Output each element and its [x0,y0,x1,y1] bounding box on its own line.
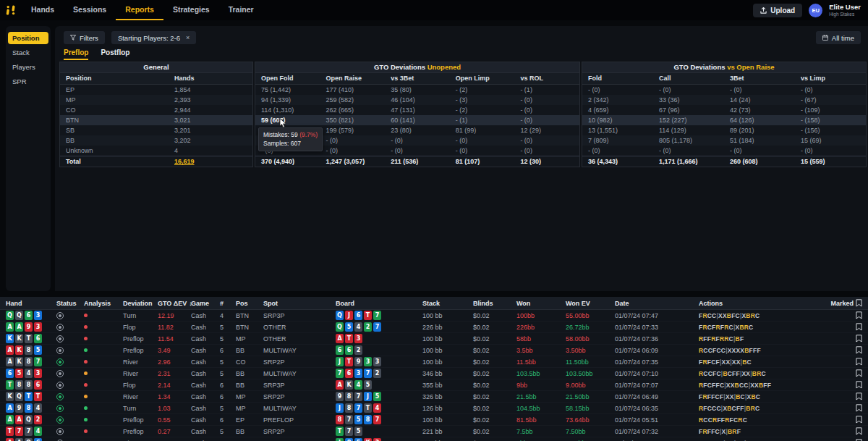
app-logo-icon[interactable] [0,0,22,20]
hand-row[interactable]: 6543River2.31Cash5BBMULTIWAY76372346 bb$… [0,368,868,379]
bookmark-icon[interactable] [856,381,862,389]
tab-preflop[interactable]: Preflop [64,49,88,60]
nav-item-sessions[interactable]: Sessions [64,0,116,20]
nav-item-trainer[interactable]: Trainer [219,0,263,20]
column-header[interactable]: Open Limp [450,73,515,84]
total-hands-link[interactable]: 16,619 [174,158,195,165]
hand-cards: A984 [0,403,51,413]
table-row[interactable]: BB3,202 [60,135,252,146]
hand-row[interactable]: KQTTRiver1.34Cash6MPSRP2P987J5326 bb$0.0… [0,391,868,403]
column-header[interactable]: vs Limp [795,73,866,84]
hand-row[interactable]: T886Flop2.14Cash6BBSRP3PAK45355 bb$0.029… [0,379,868,391]
hands-column-header-deviation[interactable]: Deviation [117,300,152,307]
table-row[interactable]: 59 (607)350 (821)60 (141)- (1)- (0) [255,115,579,125]
table-row[interactable]: 7 (809)805 (1,178)51 (184)15 (69) [582,135,866,146]
table-row[interactable]: 94 (1,339)259 (582)46 (104)- (3)- (0) [255,95,579,105]
table-cell: - (0) [514,115,579,125]
hands-column-header-date[interactable]: Date [609,300,693,307]
hand-cards: AK87 [0,357,51,366]
hands-column-header-gto[interactable]: GTO ΔEV↓ [152,300,185,307]
hands-column-header-marked[interactable]: Marked [825,299,868,307]
hands-column-header-game[interactable]: Game [185,300,214,307]
table-cell: - (0) [514,135,579,146]
column-header[interactable]: Open Raise [320,73,386,84]
hand-row[interactable]: QQ63Turn12.19Cash4BTNSRP3PQJ6T7100 bb$0.… [0,310,868,322]
column-header[interactable]: Hands [169,73,252,84]
column-header[interactable]: Open Fold [255,73,320,84]
hand-row[interactable]: AA93Flop11.82Cash5BTNOTHERQ5427226 bb$0.… [0,322,868,333]
bookmark-icon[interactable] [856,392,862,400]
table-row[interactable]: 4 (659)67 (96)42 (73)- (109) [582,105,866,115]
hand-row[interactable]: AAQ6River0.02Cash6EPSRP2PJ85K3346 bb$0.0… [0,437,868,441]
avatar[interactable]: EU [809,4,822,17]
hands-column-header-status[interactable]: Status [51,300,78,307]
upload-button[interactable]: Upload [753,4,802,17]
hands-column-header-n[interactable]: # [214,300,230,307]
column-header[interactable]: 3Bet [724,73,795,84]
hands-column-header-blinds[interactable]: Blinds [467,300,511,307]
hands-column-header-hand[interactable]: Hand [0,300,51,307]
hands-column-header-actions[interactable]: Actions [693,300,825,307]
table-row[interactable]: SB3,201 [60,125,252,135]
deviation-cell: Flop [117,324,152,331]
stack-cell: 226 bb [417,324,467,331]
table-row[interactable]: MP2,393 [60,95,252,105]
hand-row[interactable]: AAQ2Preflop0.55Cash6EPPREFLOP87587100 bb… [0,414,868,426]
hand-row[interactable]: T774Preflop0.27Cash5BBSRP2PT75221 bb$0.0… [0,426,868,437]
table-row[interactable]: CO2,944 [60,105,252,115]
table-row[interactable]: EP1,854 [60,85,252,95]
bookmark-icon[interactable] [856,358,862,366]
column-header[interactable]: Position [60,73,169,84]
date-range-button[interactable]: All time [816,31,861,44]
user-block[interactable]: Elite User High Stakes [829,4,861,17]
hands-column-header-won[interactable]: Won [511,300,560,307]
hand-row[interactable]: AK87River2.96Cash5COSRP2PJT933100 bb$0.0… [0,356,868,368]
column-header[interactable]: vs 3Bet [385,73,450,84]
hands-column-header-board[interactable]: Board [330,300,417,307]
game-cell: Cash [185,347,214,354]
hand-row[interactable]: AK85Preflop3.49Cash6BBMULTIWAY662100 bb$… [0,345,868,356]
column-header[interactable]: vs ROL [514,73,579,84]
hands-column-header-stack[interactable]: Stack [417,300,467,307]
bookmark-icon[interactable] [856,311,862,319]
bookmark-icon[interactable] [856,416,862,424]
chip-close-icon[interactable]: × [186,34,190,41]
nav-item-reports[interactable]: Reports [116,0,163,20]
bookmark-icon[interactable] [856,404,862,412]
hands-column-header-wonev[interactable]: Won EV [560,300,609,307]
bookmark-icon[interactable] [856,369,862,377]
sidebar-item-position[interactable]: Position [8,32,48,44]
hands-column-header-analysis[interactable]: Analysis [78,300,117,307]
nav-item-strategies[interactable]: Strategies [163,0,219,20]
tab-postflop[interactable]: Postflop [101,49,129,60]
nav-item-hands[interactable]: Hands [22,0,64,20]
table-row[interactable]: 2 (342)33 (36)14 (24)- (67) [582,95,866,105]
table-row[interactable]: 36 (4,343)1,171 (1,666)260 (608)15 (559) [582,156,866,167]
card-7S: 7 [345,415,353,424]
hand-row[interactable]: A984Turn1.03Cash5MPMULTIWAYJ87T4126 bb$0… [0,403,868,414]
bookmark-icon[interactable] [856,335,862,343]
column-header[interactable]: Call [653,73,724,84]
table-row[interactable]: - (0)- (0)- (0)- (0) [582,146,866,156]
bookmark-icon[interactable] [856,427,862,435]
table-row[interactable]: Unknown4 [60,146,252,156]
table-row[interactable]: 13 (1,551)114 (129)89 (201)- (156) [582,125,866,135]
table-row[interactable]: 370 (4,940)1,247 (3,057)211 (536)81 (107… [255,156,579,167]
sidebar-item-stack[interactable]: Stack [8,46,48,59]
filters-button[interactable]: Filters [64,31,105,44]
table-row[interactable]: 114 (1,310)262 (665)47 (131)- (2)- (0) [255,105,579,115]
sidebar-item-players[interactable]: Players [8,61,48,73]
bookmark-icon[interactable] [856,323,862,331]
table-row[interactable]: 10 (982)152 (227)64 (126)- (158) [582,115,866,125]
table-row[interactable]: Total16,619 [60,156,252,167]
sidebar-item-spr[interactable]: SPR [8,75,48,88]
hands-column-header-spot[interactable]: Spot [258,300,330,307]
hands-column-header-pos[interactable]: Pos [230,300,258,307]
filter-chip-starting-players[interactable]: Starting Players: 2-6 × [111,31,196,44]
table-row[interactable]: 75 (1,442)177 (410)35 (80)- (2)- (1) [255,85,579,95]
table-row[interactable]: BTN3,021 [60,115,252,125]
bookmark-icon[interactable] [856,346,862,354]
column-header[interactable]: Fold [582,73,653,84]
table-row[interactable]: - (0)- (0)- (0)- (0) [582,85,866,95]
hand-row[interactable]: KKT6Preflop11.54Cash5MPOTHERAT3100 bb$0.… [0,333,868,345]
